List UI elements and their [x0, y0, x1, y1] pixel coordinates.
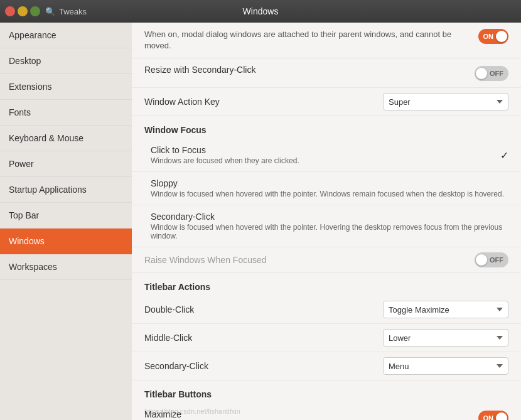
toggle-off[interactable]: OFF [475, 66, 508, 81]
sidebar-item-desktop[interactable]: Desktop [0, 48, 132, 74]
sidebar-item-extensions[interactable]: Extensions [0, 74, 132, 100]
minimize-button[interactable]: − [18, 6, 28, 16]
maximize-row: Maximize ON [132, 403, 521, 420]
secondary-click-action-label: Secondary-Click [144, 361, 383, 371]
double-click-select[interactable]: Toggle Maximize Toggle Shade Minimize Lo… [383, 301, 508, 318]
toggle-off[interactable]: OFF [475, 252, 508, 267]
main-layout: AppearanceDesktopExtensionsFontsKeyboard… [0, 23, 521, 420]
toggle-knob [476, 68, 487, 79]
window-focus-header: Window Focus [132, 116, 521, 139]
sidebar-item-power[interactable]: Power [0, 151, 132, 177]
sidebar-item-windows[interactable]: Windows [0, 229, 132, 254]
search-icon: 🔍 [45, 7, 55, 16]
raise-windows-row: Raise Windows When Focused OFF [132, 247, 521, 273]
secondary-click-focus-title: Secondary-Click [151, 212, 508, 222]
click-to-focus-title: Click to Focus [151, 145, 508, 155]
middle-click-row: Middle-Click Lower Toggle Maximize Toggl… [132, 324, 521, 352]
middle-click-label: Middle-Click [144, 333, 383, 343]
toggle-on[interactable]: ON [478, 411, 509, 420]
double-click-label: Double-Click [144, 304, 383, 315]
toggle-knob [476, 254, 487, 266]
titlebar-buttons-header: Titlebar Buttons [132, 380, 521, 403]
click-to-focus-option[interactable]: Click to Focus Windows are focused when … [132, 139, 521, 172]
window-title: Windows [243, 6, 279, 16]
secondary-click-action-select[interactable]: Menu Lower Toggle Maximize Toggle Shade … [383, 357, 508, 375]
toggle-knob [496, 31, 507, 42]
titlebar-actions-header: Titlebar Actions [132, 273, 521, 296]
app-name: Tweaks [59, 7, 87, 16]
secondary-click-focus-desc: Window is focused when hovered with the … [151, 223, 508, 240]
sidebar-item-appearance[interactable]: Appearance [0, 23, 132, 48]
toggle-on-label: ON [480, 33, 497, 40]
maximize-button[interactable]: □ [30, 6, 40, 16]
window-action-key-label: Window Action Key [144, 97, 383, 107]
sidebar-item-keyboard-mouse[interactable]: Keyboard & Mouse [0, 126, 132, 151]
toggle-knob [496, 412, 507, 420]
sidebar-item-startup-applications[interactable]: Startup Applications [0, 177, 132, 203]
toggle-off-label: OFF [487, 256, 507, 264]
toggle-on[interactable]: ON [478, 29, 509, 44]
resize-toggle[interactable]: OFF [475, 66, 508, 81]
sidebar: AppearanceDesktopExtensionsFontsKeyboard… [0, 23, 132, 420]
maximize-toggle[interactable]: ON [478, 411, 509, 420]
toggle-on-label: ON [480, 414, 497, 420]
middle-click-select[interactable]: Lower Toggle Maximize Toggle Shade Minim… [383, 329, 508, 347]
click-to-focus-desc: Windows are focused when they are clicke… [151, 156, 508, 165]
window-controls: × − □ [5, 6, 40, 16]
raise-windows-label: Raise Windows When Focused [144, 255, 475, 265]
resize-label: Resize with Secondary-Click [144, 65, 468, 75]
sidebar-item-top-bar[interactable]: Top Bar [0, 203, 132, 229]
close-button[interactable]: × [5, 6, 15, 16]
raise-windows-toggle[interactable]: OFF [475, 252, 508, 267]
sidebar-item-workspaces[interactable]: Workspaces [0, 254, 132, 280]
secondary-click-action-row: Secondary-Click Menu Lower Toggle Maximi… [132, 352, 521, 380]
resize-secondary-click-row: Resize with Secondary-Click OFF [132, 58, 521, 88]
modal-dialog-toggle[interactable]: ON [478, 29, 509, 44]
secondary-click-focus-option[interactable]: Secondary-Click Window is focused when h… [132, 205, 521, 247]
sloppy-title: Sloppy [151, 178, 508, 188]
sidebar-item-fonts[interactable]: Fonts [0, 100, 132, 126]
modal-dialog-row: When on, modal dialog windows are attach… [132, 23, 521, 58]
sloppy-option[interactable]: Sloppy Window is focused when hovered wi… [132, 172, 521, 205]
maximize-label: Maximize [144, 409, 472, 419]
titlebar: × − □ 🔍 Tweaks Windows [0, 0, 521, 23]
click-to-focus-check: ✓ [500, 149, 508, 161]
window-action-key-row: Window Action Key Super Alt Meta [132, 88, 521, 116]
window-action-key-select[interactable]: Super Alt Meta [383, 93, 508, 110]
toggle-off-label: OFF [487, 70, 507, 77]
double-click-row: Double-Click Toggle Maximize Toggle Shad… [132, 296, 521, 324]
content-area: When on, modal dialog windows are attach… [132, 23, 521, 420]
modal-dialog-text: When on, modal dialog windows are attach… [144, 29, 472, 51]
sloppy-desc: Window is focused when hovered with the … [151, 190, 508, 198]
